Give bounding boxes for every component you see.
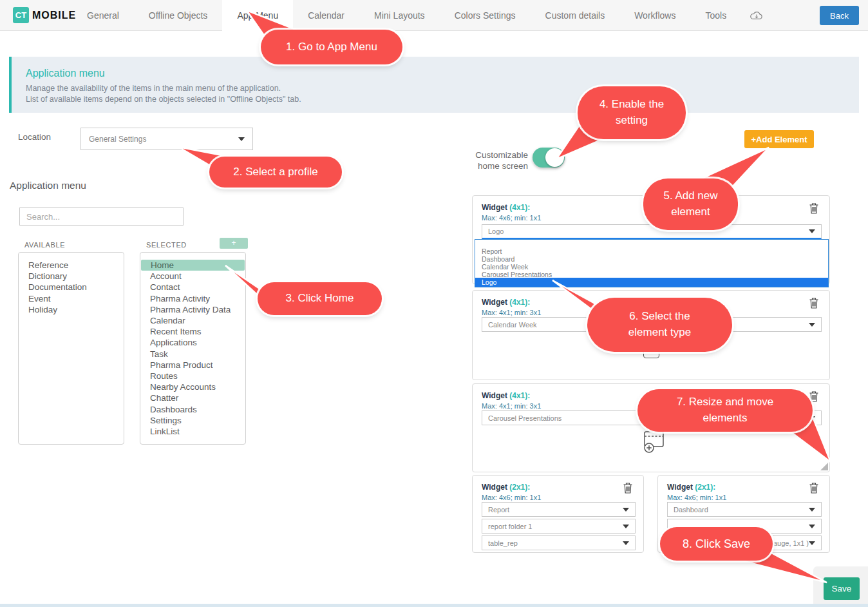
widget-title: Widget [667, 483, 693, 492]
search-input[interactable] [19, 207, 184, 226]
back-button[interactable]: Back [820, 6, 859, 25]
trash-icon[interactable] [623, 482, 633, 496]
chevron-down-icon [809, 508, 815, 512]
list-item[interactable]: Contact [140, 282, 245, 293]
widget-limits: Max: 4x6; min: 1x1 [482, 214, 541, 222]
chevron-down-icon [809, 229, 815, 233]
location-label: Location [18, 132, 51, 142]
dropdown-option-dashboard[interactable]: Dashboard [475, 255, 828, 263]
widget-title: Widget [482, 483, 507, 492]
callout-2-select-a-profile: 2. Select a profile [209, 157, 342, 188]
app-menu-settings-page: CT MOBILE General Offline Objects App Me… [0, 0, 868, 607]
customizable-home-screen-label: Customizable home screen [467, 150, 528, 171]
widget-limits: Max: 4x1; min: 3x1 [482, 309, 541, 316]
nav-tabs: General Offline Objects App Menu Calenda… [72, 0, 772, 31]
widget-title: Widget [482, 203, 507, 212]
widget-size: (4x1): [509, 203, 530, 212]
available-column-label: AVAILABLE [24, 241, 65, 249]
dropdown-option-calendar-week[interactable]: Calendar Week [475, 263, 828, 271]
list-item[interactable]: Applications [140, 337, 245, 348]
list-item[interactable]: Event [19, 293, 124, 304]
info-box-line-2: List of available items depend on the ob… [26, 94, 859, 105]
ct-logo-icon: CT [13, 7, 29, 23]
tab-mini-layouts[interactable]: Mini Layouts [359, 0, 440, 31]
application-menu-info-box: Application menu Manage the availability… [9, 57, 859, 113]
widget-size: (2x1): [509, 483, 530, 492]
report-folder-select[interactable]: report folder 1 [482, 519, 636, 534]
tab-app-menu[interactable]: App Menu [222, 0, 293, 31]
add-presentation-icon [641, 430, 666, 456]
list-item[interactable]: Pharma Activity Data [140, 304, 245, 315]
list-item[interactable]: Pharma Product [140, 360, 245, 371]
location-select[interactable]: General Settings [80, 128, 253, 150]
list-item[interactable]: Dictionary [19, 271, 124, 282]
tab-tools[interactable]: Tools [690, 0, 741, 31]
ct-mobile-logo: CT MOBILE [13, 7, 76, 23]
callout-6-select-the-element-type: 6. Select the element type [587, 298, 732, 352]
add-item-button[interactable]: + [220, 238, 248, 249]
widget-size: (4x1): [509, 298, 530, 307]
save-button[interactable]: Save [824, 577, 860, 600]
trash-icon[interactable] [809, 202, 819, 217]
tab-custom-details[interactable]: Custom details [531, 0, 620, 31]
cloud-download-icon[interactable] [741, 0, 772, 31]
list-item[interactable]: Documentation [19, 282, 124, 293]
callout-7-resize-and-move-elements: 7. Resize and move elements [637, 389, 813, 432]
report-select[interactable]: table_rep [482, 535, 636, 550]
tab-calendar[interactable]: Calendar [293, 0, 359, 31]
widget-title: Widget [482, 391, 507, 400]
customizable-home-screen-toggle[interactable] [533, 148, 565, 168]
bottom-border-strip [0, 604, 868, 607]
list-item[interactable]: Calendar [140, 315, 245, 326]
chevron-down-icon [238, 137, 245, 141]
chevron-down-icon [623, 525, 629, 528]
widget-size: (2x1): [695, 483, 715, 492]
list-item-home-selected[interactable]: Home [141, 260, 245, 271]
list-item[interactable]: Settings [140, 415, 245, 426]
trash-icon[interactable] [809, 482, 819, 496]
list-item[interactable]: LinkList [140, 426, 245, 437]
tab-general[interactable]: General [72, 0, 134, 31]
chevron-down-icon [809, 525, 815, 528]
list-item[interactable]: Dashboards [140, 404, 245, 415]
selected-column-label: SELECTED [146, 241, 187, 249]
list-item[interactable]: Nearby Accounts [140, 381, 245, 392]
info-box-line-1: Manage the availability of the items in … [26, 83, 859, 94]
trash-icon[interactable] [809, 297, 819, 311]
list-item[interactable]: Pharma Activity [140, 293, 245, 304]
location-select-value: General Settings [89, 135, 238, 144]
tab-colors-settings[interactable]: Colors Settings [440, 0, 531, 31]
application-menu-heading: Application menu [10, 180, 86, 191]
list-item[interactable]: Holiday [19, 304, 124, 315]
list-item[interactable]: Routes [140, 371, 245, 381]
tab-workflows[interactable]: Workflows [619, 0, 690, 31]
widget-title: Widget [482, 298, 507, 307]
chevron-down-icon [809, 323, 815, 327]
dropdown-option-logo-highlighted[interactable]: Logo [475, 278, 828, 287]
list-item[interactable]: Account [140, 271, 245, 282]
list-item[interactable]: Recent Items [140, 326, 245, 337]
widget-size: (4x1): [509, 391, 530, 400]
widget-limits: Max: 4x1; min: 3x1 [482, 402, 541, 410]
callout-8-click-save: 8. Click Save [660, 527, 773, 561]
info-box-title: Application menu [26, 68, 859, 79]
tab-offline-objects[interactable]: Offline Objects [134, 0, 223, 31]
callout-5-add-new-element: 5. Add new element [643, 178, 738, 230]
widget-type-select[interactable]: Report [482, 502, 636, 517]
callout-4-enable-the-setting: 4. Enable the setting [578, 86, 686, 139]
chevron-down-icon [623, 508, 629, 512]
widget-type-select-open[interactable]: Logo [482, 224, 822, 239]
available-items-list: Reference Dictionary Documentation Event… [18, 252, 124, 445]
chevron-down-icon [623, 541, 629, 545]
toggle-knob [545, 148, 564, 167]
list-item[interactable]: Reference [19, 260, 124, 271]
widget-type-select[interactable]: Dashboard [667, 502, 822, 517]
widget-type-dropdown-list: Report Dashboard Calendar Week Carousel … [475, 239, 829, 287]
dropdown-option-report[interactable]: Report [475, 247, 828, 255]
widget-limits: Max: 4x6; min: 1x1 [667, 494, 726, 501]
list-item[interactable]: Chatter [140, 392, 245, 403]
resize-handle[interactable] [820, 463, 828, 470]
list-item[interactable]: Task [140, 349, 245, 360]
widget-card-4: Widget (2x1): Max: 4x6; min: 1x1 Report … [472, 475, 644, 553]
add-element-button[interactable]: +Add Element [744, 130, 814, 148]
